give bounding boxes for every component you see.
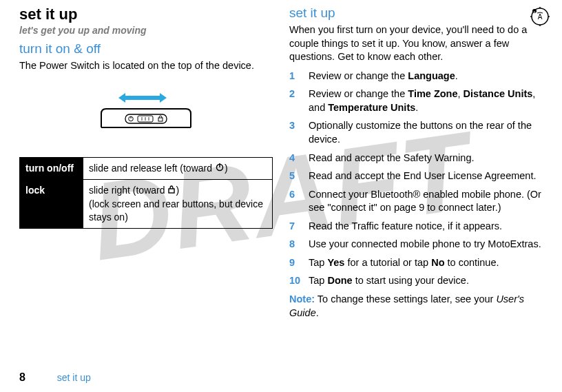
setup-intro: When you first turn on your device, you'… bbox=[289, 23, 543, 64]
controls-table: turn on/off slide and release left (towa… bbox=[19, 157, 273, 229]
ui-term: Yes bbox=[327, 257, 344, 268]
list-item: Read the Traffic feature notice, if it a… bbox=[289, 220, 543, 234]
chapter-subtitle: let's get you up and moving bbox=[19, 25, 273, 36]
text: . bbox=[415, 102, 418, 113]
left-column: set it up let's get you up and moving tu… bbox=[19, 6, 281, 358]
text: to start using your device. bbox=[353, 275, 469, 286]
text: Tap bbox=[309, 275, 327, 286]
text: To change these settings later, see your bbox=[315, 293, 496, 305]
list-item: Connect your Bluetooth® enabled mobile p… bbox=[289, 188, 543, 215]
ui-term: Distance Units bbox=[464, 88, 533, 99]
row-label-turn-on-off: turn on/off bbox=[20, 157, 83, 180]
ui-term: Language bbox=[408, 70, 455, 81]
text: ) bbox=[176, 185, 179, 196]
list-item: Use your connected mobile phone to try M… bbox=[289, 238, 543, 251]
power-icon bbox=[215, 162, 225, 175]
text: for a tutorial or tap bbox=[344, 257, 431, 268]
text: slide and release left (toward bbox=[89, 163, 215, 174]
svg-marker-4 bbox=[118, 93, 167, 103]
note-label: Note: bbox=[289, 293, 315, 305]
right-column: set it up When you first turn on your de… bbox=[281, 6, 543, 358]
list-item: Tap Yes for a tutorial or tap No to cont… bbox=[289, 256, 543, 270]
table-row: turn on/off slide and release left (towa… bbox=[20, 157, 273, 180]
chapter-title: set it up bbox=[19, 6, 273, 23]
svg-rect-16 bbox=[169, 189, 174, 193]
setup-steps: Review or change the Language. Review or… bbox=[289, 70, 543, 288]
text: Review or change the bbox=[309, 70, 408, 81]
list-item: Optionally customize the buttons on the … bbox=[289, 119, 543, 146]
ui-term: Temperature Units bbox=[328, 102, 415, 113]
text: (lock screen and rear buttons, but devic… bbox=[89, 198, 263, 223]
text: slide right (toward bbox=[89, 185, 167, 196]
text: . bbox=[455, 70, 458, 81]
list-item: Read and accept the End User License Agr… bbox=[289, 169, 543, 183]
svg-rect-13 bbox=[158, 118, 163, 121]
row-desc-turn-on-off: slide and release left (toward ) bbox=[83, 157, 273, 180]
list-item: Review or change the Language. bbox=[289, 70, 543, 83]
page-footer: 8 set it up bbox=[19, 371, 91, 384]
text: . bbox=[316, 307, 319, 318]
intro-text: The Power Switch is located on the top o… bbox=[19, 59, 273, 73]
power-switch-diagram bbox=[19, 90, 273, 138]
section-heading-set-it-up: set it up bbox=[289, 6, 543, 21]
note: Note: To change these settings later, se… bbox=[289, 293, 543, 320]
row-label-lock: lock bbox=[20, 180, 83, 229]
row-desc-lock: slide right (toward ) (lock screen and r… bbox=[83, 180, 273, 229]
page-number: 8 bbox=[19, 371, 25, 383]
ui-term: Time Zone bbox=[408, 88, 457, 99]
list-item: Review or change the Time Zone, Distance… bbox=[289, 87, 543, 114]
list-item: Read and accept the Safety Warning. bbox=[289, 152, 543, 165]
ui-term: No bbox=[431, 257, 444, 268]
text: , bbox=[458, 88, 464, 99]
text: Review or change the bbox=[309, 88, 408, 99]
text: ) bbox=[225, 163, 228, 174]
ui-term: Done bbox=[327, 275, 352, 286]
section-heading-turn-on-off: turn it on & off bbox=[19, 41, 273, 56]
table-row: lock slide right (toward ) (lock screen … bbox=[20, 180, 273, 229]
list-item: Tap Done to start using your device. bbox=[289, 274, 543, 288]
text: Tap bbox=[309, 257, 327, 268]
text: to continue. bbox=[445, 257, 499, 268]
page-body: set it up let's get you up and moving tu… bbox=[0, 0, 562, 358]
lock-icon bbox=[167, 185, 176, 198]
footer-section: set it up bbox=[57, 372, 91, 383]
